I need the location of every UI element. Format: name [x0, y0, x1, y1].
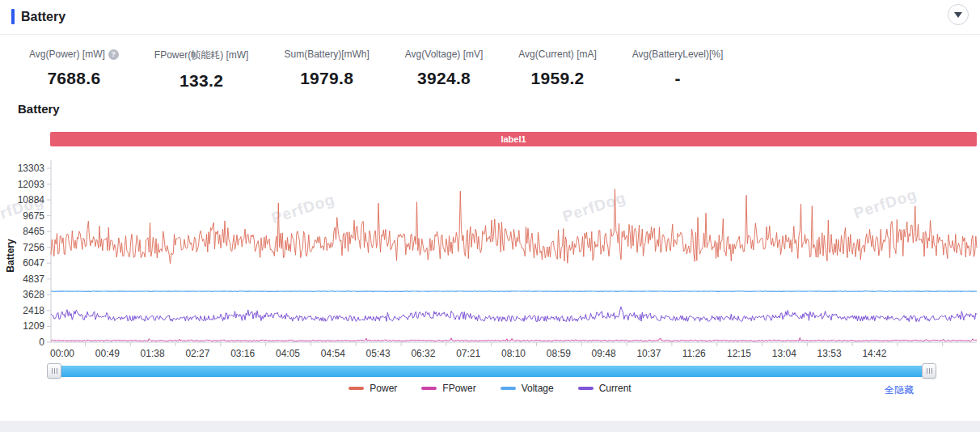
stat-value: 7688.6	[47, 69, 100, 88]
collapse-button[interactable]	[948, 4, 969, 25]
stat-value: 1979.8	[300, 69, 353, 88]
stat-label: Avg(Voltage) [mV]	[405, 49, 484, 60]
y-tick-label: 0	[39, 337, 44, 348]
panel-header: Battery	[11, 6, 972, 29]
x-tick-label: 13:04	[772, 348, 796, 359]
x-tick-label: 11:26	[682, 348, 706, 359]
stat-label: Sum(Battery)[mWh]	[284, 49, 369, 60]
series-line-voltage	[51, 291, 977, 292]
battery-chart-canvas[interactable]: PerfDogPerfDogPerfDogPerfDog133031209310…	[0, 154, 980, 372]
region-label-banner[interactable]: label1	[50, 132, 977, 146]
y-tick-label: 6047	[23, 257, 44, 269]
y-tick-label: 2418	[23, 305, 44, 316]
x-tick-label: 03:16	[230, 348, 255, 359]
x-tick-label: 10:37	[636, 348, 661, 359]
stat-item: Avg(Current) [mA]1959.2	[518, 49, 596, 91]
chart-legend: PowerFPowerVoltageCurrent	[0, 383, 980, 394]
x-tick-label: 01:38	[141, 348, 165, 359]
legend-item-power[interactable]: Power	[348, 383, 397, 394]
legend-label: FPower	[442, 383, 475, 394]
x-tick-label: 06:32	[411, 348, 435, 359]
x-tick-label: 02:27	[185, 348, 209, 359]
stat-value: -	[674, 69, 680, 88]
y-tick-label: 4837	[23, 273, 44, 285]
series-line-power	[51, 189, 977, 264]
legend-label: Power	[370, 383, 397, 394]
legend-item-current[interactable]: Current	[578, 383, 632, 394]
legend-dash-icon	[348, 387, 364, 390]
stat-item: Avg(BatteryLevel)[%]-	[632, 49, 724, 91]
x-tick-label: 00:00	[50, 348, 74, 359]
legend-label: Voltage	[522, 383, 554, 394]
stat-label-text: Avg(Voltage) [mV]	[405, 49, 484, 60]
scrollbar-right-handle[interactable]	[922, 363, 936, 379]
y-axis-title: Battery	[5, 239, 16, 273]
x-tick-label: 07:21	[456, 348, 480, 359]
chart-section-title: Battery	[18, 102, 60, 116]
stat-label: Avg(Current) [mA]	[518, 49, 596, 60]
stat-value: 1959.2	[531, 69, 585, 88]
legend-item-voltage[interactable]: Voltage	[501, 383, 554, 394]
header-divider	[0, 34, 980, 35]
x-tick-label: 05:43	[366, 348, 391, 359]
x-tick-label: 13:53	[817, 348, 842, 359]
scrollbar-left-handle[interactable]	[47, 363, 61, 379]
stat-label-text: Avg(BatteryLevel)[%]	[632, 49, 724, 60]
legend-dash-icon	[578, 387, 593, 390]
y-tick-label: 8465	[23, 226, 44, 237]
chart-footer: PowerFPowerVoltageCurrent 全隐藏	[0, 381, 980, 399]
scrollbar-range[interactable]	[51, 366, 928, 377]
y-tick-label: 12093	[18, 179, 45, 190]
battery-panel: Battery Avg(Power) [mW]?7688.6FPower(帧能耗…	[0, 0, 980, 432]
title-accent-bar	[11, 9, 15, 24]
y-tick-label: 9675	[23, 210, 44, 222]
y-tick-label: 10884	[18, 194, 45, 205]
region-label: label1	[501, 134, 526, 144]
legend-dash-icon	[501, 387, 516, 390]
stat-label: FPower(帧能耗) [mW]	[154, 49, 249, 62]
stats-row: Avg(Power) [mW]?7688.6FPower(帧能耗) [mW]13…	[29, 49, 723, 91]
y-tick-label: 1209	[23, 320, 44, 332]
stat-value: 133.2	[180, 71, 223, 91]
x-tick-label: 14:42	[862, 348, 886, 359]
hide-all-link[interactable]: 全隐藏	[885, 383, 914, 397]
stat-item: Avg(Power) [mW]?7688.6	[29, 49, 119, 91]
legend-label: Current	[599, 383, 632, 394]
perfdog-watermark: PerfDog	[560, 188, 627, 225]
chart-scrollbar	[0, 363, 980, 379]
stat-item: Sum(Battery)[mWh]1979.8	[284, 49, 369, 91]
x-tick-label: 09:48	[592, 348, 616, 359]
x-tick-label: 08:10	[501, 348, 526, 359]
legend-item-fpower[interactable]: FPower	[421, 383, 475, 394]
chevron-down-icon	[954, 12, 962, 18]
x-tick-label: 08:59	[547, 348, 571, 359]
stat-item: FPower(帧能耗) [mW]133.2	[154, 49, 249, 91]
y-tick-label: 7256	[23, 242, 44, 253]
stat-label: Avg(BatteryLevel)[%]	[632, 49, 724, 60]
stat-value: 3924.8	[417, 69, 471, 88]
stat-label-text: Sum(Battery)[mWh]	[284, 49, 369, 60]
x-tick-label: 12:15	[727, 348, 751, 359]
legend-dash-icon	[421, 387, 437, 390]
x-tick-label: 04:05	[276, 348, 300, 359]
y-tick-label: 13303	[18, 163, 45, 174]
next-section-strip	[0, 421, 980, 432]
series-line-fpower	[51, 338, 977, 341]
y-tick-label: 3628	[23, 289, 44, 300]
stat-label: Avg(Power) [mW]?	[29, 49, 119, 60]
stat-label-text: Avg(Power) [mW]	[29, 49, 105, 60]
series-line-current	[51, 307, 977, 321]
help-icon[interactable]: ?	[108, 49, 119, 60]
x-tick-label: 00:49	[95, 348, 120, 359]
stat-item: Avg(Voltage) [mV]3924.8	[405, 49, 484, 91]
stat-label-text: Avg(Current) [mA]	[518, 49, 596, 60]
perfdog-watermark: PerfDog	[269, 190, 336, 227]
perfdog-watermark: PerfDog	[851, 185, 919, 222]
x-tick-label: 04:54	[321, 348, 345, 359]
stat-label-text: FPower(帧能耗) [mW]	[154, 49, 249, 62]
panel-title: Battery	[21, 6, 65, 28]
